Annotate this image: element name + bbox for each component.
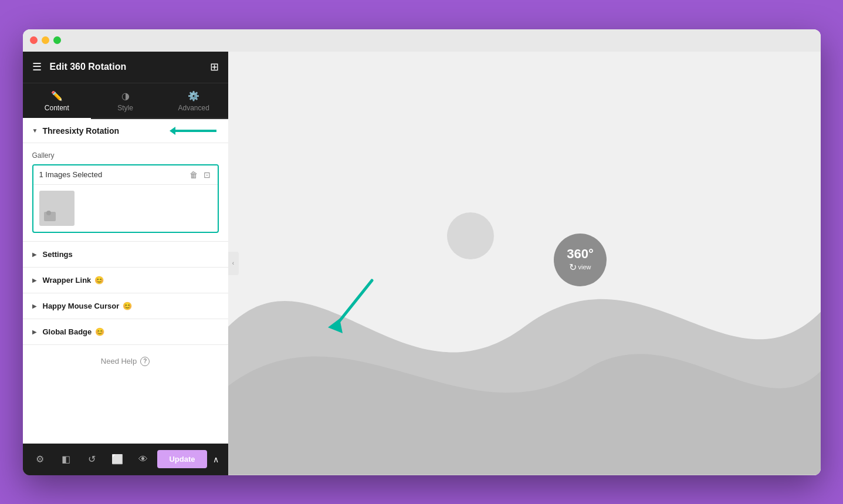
happy-mouse-emoji-icon: 😊 xyxy=(123,302,132,310)
gallery-section: Gallery 1 Images Selected 🗑 ⊡ xyxy=(23,143,228,242)
gallery-count: 1 Images Selected xyxy=(39,170,188,179)
gallery-images xyxy=(33,185,218,232)
app-window: ☰ Edit 360 Rotation ⊞ ✏️ Content ◑ Style… xyxy=(23,29,821,475)
close-button[interactable] xyxy=(30,36,38,44)
gear-icon: ⚙️ xyxy=(188,90,199,102)
style-icon: ◑ xyxy=(121,90,130,102)
history-footer-icon[interactable]: ↺ xyxy=(80,448,103,471)
badge-360: 360° ↻ view xyxy=(554,234,607,286)
help-circle-icon[interactable]: ? xyxy=(140,357,150,366)
gallery-label: Gallery xyxy=(32,151,219,160)
tab-advanced-label: Advanced xyxy=(178,104,209,112)
update-button[interactable]: Update xyxy=(157,450,206,468)
image-thumbnail[interactable] xyxy=(39,191,75,226)
global-badge-emoji-icon: 😊 xyxy=(95,327,104,336)
canvas-area: ‹ 360° ↻ view xyxy=(228,52,821,475)
happy-mouse-label: Happy Mouse Cursor xyxy=(43,302,120,310)
hamburger-icon[interactable]: ☰ xyxy=(32,60,42,73)
sidebar-title: Edit 360 Rotation xyxy=(50,62,210,72)
chevron-right-icon: ▶ xyxy=(32,251,37,258)
preview-footer-icon[interactable]: 👁 xyxy=(131,448,155,471)
expand-footer-icon[interactable]: ∧ xyxy=(209,452,222,466)
need-help-section: Need Help ? xyxy=(23,345,228,378)
chevron-right-icon-4: ▶ xyxy=(32,329,37,335)
settings-header[interactable]: ▶ Settings xyxy=(23,242,228,267)
gallery-delete-icon[interactable]: 🗑 xyxy=(188,169,199,181)
wrapper-link-header[interactable]: ▶ Wrapper Link 😊 xyxy=(23,268,228,293)
layers-footer-icon[interactable]: ◧ xyxy=(54,448,77,471)
tabs-bar: ✏️ Content ◑ Style ⚙️ Advanced xyxy=(23,83,228,119)
section-main-title: Threesixty Rotation xyxy=(42,126,119,136)
settings-section: ▶ Settings xyxy=(23,242,228,268)
section-collapse-arrow: ▼ xyxy=(32,127,38,134)
pencil-icon: ✏️ xyxy=(51,90,63,102)
responsive-footer-icon[interactable]: ⬜ xyxy=(106,448,129,471)
teal-arrow-annotation xyxy=(170,125,222,137)
decorative-circle xyxy=(447,212,494,259)
global-badge-label: Global Badge xyxy=(43,327,92,336)
main-content: ☰ Edit 360 Rotation ⊞ ✏️ Content ◑ Style… xyxy=(23,52,821,475)
global-badge-section: ▶ Global Badge 😊 xyxy=(23,319,228,345)
sidebar-footer: ⚙ ◧ ↺ ⬜ 👁 Update ∧ xyxy=(23,444,228,475)
svg-marker-1 xyxy=(170,127,175,135)
gallery-reset-icon[interactable]: ⊡ xyxy=(202,169,212,181)
minimize-button[interactable] xyxy=(42,36,49,44)
wrapper-link-label: Wrapper Link xyxy=(43,276,92,285)
collapse-handle[interactable]: ‹ xyxy=(228,252,239,275)
window-controls xyxy=(30,36,61,44)
need-help-label: Need Help xyxy=(101,357,137,366)
gallery-header: 1 Images Selected 🗑 ⊡ xyxy=(33,165,218,185)
wave-background xyxy=(228,178,821,475)
badge-degree-text: 360° xyxy=(567,247,594,261)
sidebar: ☰ Edit 360 Rotation ⊞ ✏️ Content ◑ Style… xyxy=(23,52,228,475)
happy-mouse-section: ▶ Happy Mouse Cursor 😊 xyxy=(23,293,228,319)
sidebar-header: ☰ Edit 360 Rotation ⊞ xyxy=(23,52,228,83)
threesixty-section-header[interactable]: ▼ Threesixty Rotation xyxy=(23,119,228,143)
gallery-actions: 🗑 ⊡ xyxy=(188,169,212,181)
tab-content[interactable]: ✏️ Content xyxy=(23,83,92,118)
tab-style[interactable]: ◑ Style xyxy=(91,83,160,118)
happy-mouse-header[interactable]: ▶ Happy Mouse Cursor 😊 xyxy=(23,293,228,319)
settings-label: Settings xyxy=(43,250,73,259)
grid-icon[interactable]: ⊞ xyxy=(210,60,219,73)
chevron-right-icon-3: ▶ xyxy=(32,303,37,309)
wrapper-emoji-icon: 😊 xyxy=(94,276,104,285)
gallery-box[interactable]: 1 Images Selected 🗑 ⊡ xyxy=(32,164,219,233)
titlebar xyxy=(23,29,821,52)
sidebar-body: ▼ Threesixty Rotation Gallery 1 Images S… xyxy=(23,119,228,444)
chevron-right-icon-2: ▶ xyxy=(32,277,37,283)
tab-content-label: Content xyxy=(45,104,69,112)
global-badge-header[interactable]: ▶ Global Badge 😊 xyxy=(23,319,228,344)
badge-view-text: ↻ view xyxy=(569,262,591,273)
wrapper-link-section: ▶ Wrapper Link 😊 xyxy=(23,268,228,293)
settings-footer-icon[interactable]: ⚙ xyxy=(29,448,52,471)
maximize-button[interactable] xyxy=(53,36,61,44)
tab-style-label: Style xyxy=(117,104,133,112)
tab-advanced[interactable]: ⚙️ Advanced xyxy=(160,83,228,118)
